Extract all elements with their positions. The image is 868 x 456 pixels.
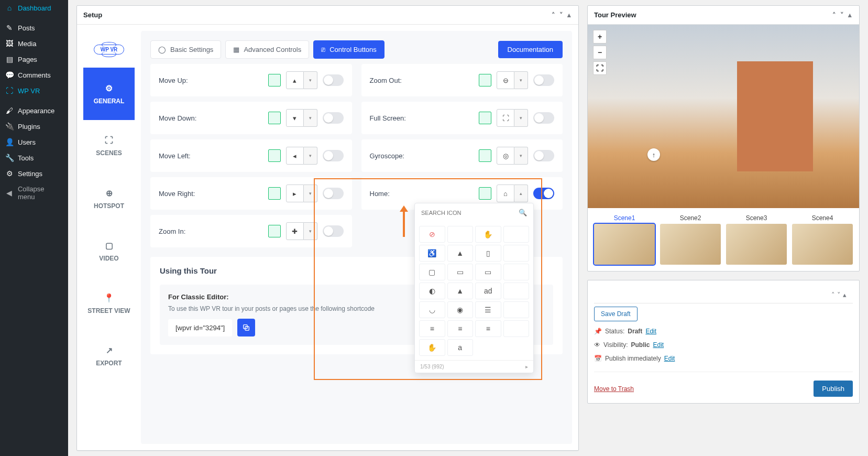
sidebar-item-posts[interactable]: ✎Posts	[0, 20, 68, 36]
icon-option[interactable]: ▢	[419, 264, 445, 280]
sidebar-item-dashboard[interactable]: ⌂Dashboard	[0, 0, 68, 16]
icon-option[interactable]: a	[447, 339, 474, 356]
vtab-video[interactable]: ▢VIDEO	[83, 225, 135, 277]
icon-option[interactable]	[447, 226, 474, 243]
viewport-hotspot[interactable]: ↑	[647, 148, 660, 161]
icon-option[interactable]: ≡	[475, 320, 501, 337]
scene-thumbnail[interactable]: Scene4	[792, 214, 853, 265]
icon-option[interactable]	[503, 320, 530, 337]
control-toggle[interactable]	[323, 188, 344, 199]
move-to-trash-link[interactable]: Move to Trash	[594, 385, 634, 393]
icon-option[interactable]	[503, 226, 530, 243]
icon-dropdown[interactable]: ▾	[514, 71, 528, 89]
color-picker[interactable]	[479, 187, 491, 200]
color-picker[interactable]	[479, 149, 491, 162]
icon-option[interactable]	[503, 264, 530, 280]
icon-dropdown[interactable]: ▴	[514, 184, 528, 202]
icon-option[interactable]: ≡	[419, 320, 445, 337]
viewport-fullscreen[interactable]: ⛶	[593, 61, 607, 75]
icon-dropdown[interactable]: ▾	[304, 109, 317, 127]
panel-down-icon[interactable]: ˅	[837, 291, 841, 299]
sidebar-item-plugins[interactable]: 🔌Plugins	[0, 118, 68, 134]
documentation-button[interactable]: Documentation	[498, 41, 563, 58]
scene-thumbnail[interactable]: Scene1	[594, 214, 655, 265]
color-picker[interactable]	[479, 74, 491, 86]
panel-toggle-icon[interactable]: ▴	[566, 10, 572, 20]
edit-status-link[interactable]: Edit	[645, 328, 656, 335]
publish-button[interactable]: Publish	[814, 381, 853, 397]
color-picker[interactable]	[268, 149, 281, 162]
icon-dropdown[interactable]: ▾	[304, 184, 317, 202]
vtab-scenes[interactable]: ⛶SCENES	[83, 120, 135, 172]
panel-toggle-icon[interactable]: ▴	[843, 291, 847, 299]
control-toggle[interactable]	[323, 74, 344, 86]
icon-option[interactable]: ▲	[447, 245, 474, 262]
icon-option[interactable]: ▭	[447, 264, 474, 280]
scene-thumbnail[interactable]: Scene2	[660, 214, 721, 265]
icon-dropdown[interactable]: ▾	[514, 109, 528, 127]
vtab-export[interactable]: ↗EXPORT	[83, 330, 135, 382]
icon-option[interactable]: ▯	[475, 245, 501, 262]
sidebar-item-comments[interactable]: 💬Comments	[0, 67, 68, 83]
icon-dropdown[interactable]: ▾	[304, 71, 317, 89]
icon-option[interactable]: ad	[475, 283, 501, 299]
vr-viewport[interactable]: + − ⛶ ↑	[588, 25, 859, 208]
sidebar-item-collapse[interactable]: ◀Collapse menu	[0, 181, 68, 204]
control-toggle[interactable]	[323, 150, 344, 161]
control-toggle[interactable]	[533, 112, 554, 124]
sidebar-item-tools[interactable]: 🔧Tools	[0, 150, 68, 166]
control-toggle[interactable]	[533, 74, 554, 86]
viewport-zoom-in[interactable]: +	[593, 30, 607, 44]
tab-basic-settings[interactable]: ◯Basic Settings	[150, 40, 221, 59]
icon-dropdown[interactable]: ▾	[514, 147, 528, 165]
vtab-hotspot[interactable]: ⊕HOTSPOT	[83, 172, 135, 225]
icon-option[interactable]: ◉	[447, 301, 474, 318]
color-picker[interactable]	[268, 187, 281, 200]
panel-up-icon[interactable]: ˄	[831, 10, 837, 20]
viewport-zoom-out[interactable]: −	[593, 46, 607, 59]
icon-option[interactable]: ≡	[447, 320, 474, 337]
tab-advanced-controls[interactable]: ▦Advanced Controls	[225, 40, 309, 59]
control-toggle[interactable]	[323, 225, 344, 237]
icon-option[interactable]: ✋	[419, 339, 445, 356]
edit-schedule-link[interactable]: Edit	[664, 355, 675, 362]
control-toggle[interactable]	[533, 188, 554, 199]
scene-thumbnail[interactable]: Scene3	[726, 214, 787, 265]
save-draft-button[interactable]: Save Draft	[594, 307, 638, 321]
icon-option[interactable]	[503, 283, 530, 299]
panel-down-icon[interactable]: ˅	[839, 10, 845, 20]
icon-search-input[interactable]	[421, 210, 514, 216]
vtab-streetview[interactable]: 📍STREET VIEW	[83, 277, 135, 330]
icon-option[interactable]: ✋	[475, 226, 501, 243]
color-picker[interactable]	[268, 74, 281, 86]
sidebar-item-settings[interactable]: ⚙Settings	[0, 166, 68, 181]
vtab-general[interactable]: ⚙GENERAL	[83, 68, 135, 120]
control-toggle[interactable]	[533, 150, 554, 161]
icon-picker-next[interactable]: ▸	[525, 364, 528, 370]
sidebar-item-users[interactable]: 👤Users	[0, 134, 68, 150]
sidebar-item-pages[interactable]: ▤Pages	[0, 51, 68, 67]
icon-option-none[interactable]: ⊘	[419, 226, 445, 243]
color-picker[interactable]	[479, 112, 491, 124]
panel-up-icon[interactable]: ˄	[551, 10, 556, 20]
tab-control-buttons[interactable]: ⎚Control Buttons	[313, 40, 384, 59]
color-picker[interactable]	[268, 225, 281, 237]
icon-option[interactable]: ▭	[475, 264, 501, 280]
sidebar-item-appearance[interactable]: 🖌Appearance	[0, 103, 68, 118]
icon-option[interactable]: ♿	[419, 245, 445, 262]
icon-option[interactable]: ▲	[447, 283, 474, 299]
sidebar-item-wpvr[interactable]: ⛶WP VR	[0, 83, 68, 99]
control-toggle[interactable]	[323, 112, 344, 124]
panel-up-icon[interactable]: ˄	[831, 291, 835, 299]
icon-dropdown[interactable]: ▾	[304, 147, 317, 165]
panel-toggle-icon[interactable]: ▴	[847, 10, 853, 20]
edit-visibility-link[interactable]: Edit	[653, 341, 664, 349]
icon-dropdown[interactable]: ▾	[304, 222, 317, 240]
icon-option[interactable]	[503, 301, 530, 318]
sidebar-item-media[interactable]: 🖼Media	[0, 36, 68, 51]
icon-option[interactable]: ◐	[419, 283, 445, 299]
icon-option[interactable]: ◡	[419, 301, 445, 318]
panel-down-icon[interactable]: ˅	[558, 10, 564, 20]
icon-option[interactable]	[503, 245, 530, 262]
copy-shortcode-button[interactable]	[237, 319, 255, 336]
